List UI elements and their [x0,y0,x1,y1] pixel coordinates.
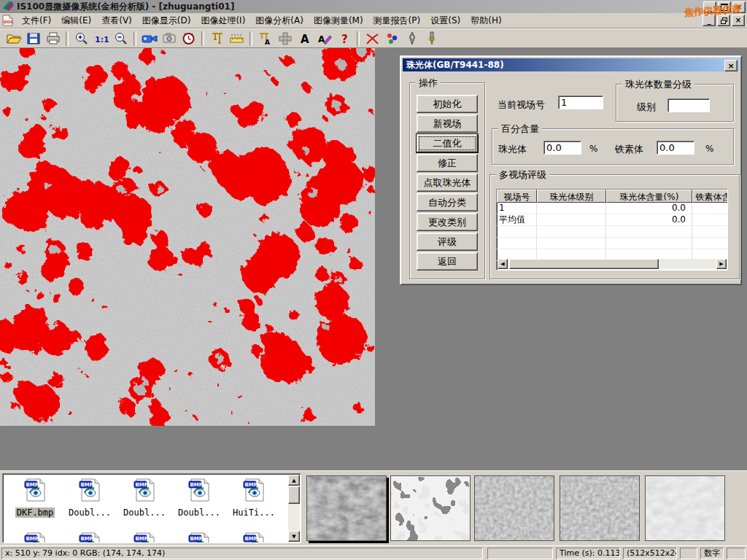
curve-cut-icon[interactable] [363,30,382,47]
thumbnail-4[interactable] [560,475,640,541]
op-button-3[interactable]: 修正 [417,154,478,172]
pen-icon[interactable] [402,30,422,47]
svg-text:DOC: DOC [4,20,13,24]
scroll-left-icon[interactable]: ◀ [498,259,508,269]
multi-field-group: 多视场评级 视场号珠光体级别珠光体含量(%)铁素体含量(%) 10.0平均值0.… [489,174,740,279]
col-header-0[interactable]: 视场号 [497,190,537,203]
file-item-4[interactable]: BMPHuiTi... [228,478,280,518]
bottom-panel: ▲ ▼ BMPDKF.bmpBMPDoubl...BMPDoubl...BMPD… [0,470,747,545]
percent-group: 百分含量 珠光体 % 铁素体 % [492,128,734,165]
op-button-1[interactable]: 新视场 [417,114,478,133]
file-item-row2-4[interactable]: BMP [228,532,280,543]
mdi-close-icon[interactable]: × [732,15,745,26]
bmp-file-icon: BMP [132,491,157,505]
file-item-0[interactable]: BMPDKF.bmp [9,478,61,518]
particles-icon[interactable] [382,30,402,47]
file-item-2[interactable]: BMPDoubl... [118,478,171,518]
current-field-input[interactable] [558,96,603,109]
zoom-in-icon[interactable] [71,30,91,47]
micrograph-image[interactable] [0,48,375,426]
op-button-2[interactable]: 二值化 [417,134,478,152]
svg-text:BMP: BMP [26,536,39,542]
file-item-row2-2[interactable]: BMP [118,532,171,543]
workspace: 珠光体(GB/T9441-88) × 操作 初始化新视场二值化修正点取珠光体自动… [0,48,747,470]
file-item-1[interactable]: BMPDoubl... [63,478,116,518]
thumbnail-2[interactable] [390,475,471,541]
text-edit-icon[interactable]: A [314,30,334,47]
dialog-titlebar[interactable]: 珠光体(GB/T9441-88) × [403,58,739,71]
menu-item-3[interactable]: 图像显示(D) [137,13,196,28]
ruler-icon[interactable] [227,30,247,47]
save-icon[interactable] [23,30,43,47]
table-cell [497,226,537,238]
col-header-1[interactable]: 珠光体级别 [537,190,606,203]
hscroll-thumb[interactable] [509,259,659,269]
menu-item-7[interactable]: 测量报告(P) [368,13,426,28]
scroll-down-icon[interactable]: ▼ [288,531,300,542]
file-item-row2-0[interactable]: BMP [9,532,61,543]
svg-text:BMP: BMP [190,536,203,542]
menu-item-0[interactable]: 文件(F) [17,13,56,28]
table-header-row: 视场号珠光体级别珠光体含量(%)铁素体含量(%) [497,190,727,203]
file-vscrollbar[interactable]: ▲ ▼ [288,475,300,542]
file-name: Doubl... [177,508,222,518]
file-name: Doubl... [67,508,112,518]
video-camera-icon[interactable] [139,30,159,47]
menu-item-8[interactable]: 设置(S) [425,13,465,28]
op-button-0[interactable]: 初始化 [417,95,478,113]
open-icon[interactable] [4,30,23,47]
file-item-row2-3[interactable]: BMP [173,532,225,543]
table-cell: 0.0 [606,214,692,226]
table-cell [692,238,728,249]
timer-clock-icon[interactable] [179,30,198,47]
pearlite-percent-input[interactable] [543,141,581,155]
op-button-7[interactable]: 评级 [417,233,478,251]
menu-item-4[interactable]: 图像处理(I) [196,13,250,28]
bmp-file-icon: BMP [241,491,266,505]
operation-group-label: 操作 [416,77,441,90]
table-row[interactable] [497,226,727,238]
col-header-2[interactable]: 珠光体含量(%) [606,190,692,203]
document-icon[interactable]: DOC [2,15,14,26]
status-bar: x: 510 y: 79 idx: 0 RGB: (174, 174, 174)… [0,545,747,560]
dialog-close-icon[interactable]: × [724,60,738,71]
text-icon[interactable]: A [295,30,314,47]
file-item-row2-1[interactable]: BMP [63,532,116,543]
table-row[interactable] [497,238,727,249]
table-hscrollbar[interactable]: ◀ ▶ [498,259,727,269]
current-field-label: 当前视场号 [498,98,545,112]
thumbnail-5[interactable] [645,475,725,541]
pearlite-unit: % [589,144,597,154]
col-header-3[interactable]: 铁素体含量(%) [692,190,728,203]
scroll-right-icon[interactable]: ▶ [716,259,727,269]
vscroll-thumb[interactable] [288,486,300,504]
table-row[interactable]: 平均值0.0 [497,214,727,226]
brush-icon[interactable] [422,30,441,47]
op-button-8[interactable]: 返回 [417,252,478,271]
actual-size-icon[interactable]: 1:1 [91,30,111,47]
ferrite-label: 铁素体 [615,143,643,156]
level-input[interactable] [667,98,710,112]
scroll-up-icon[interactable]: ▲ [288,475,300,486]
op-button-4[interactable]: 点取珠光体 [417,174,478,192]
thumbnail-3[interactable] [474,475,554,541]
table-row[interactable]: 10.0 [497,203,727,214]
menu-item-1[interactable]: 编辑(E) [56,13,96,28]
menu-item-5[interactable]: 图像分析(A) [250,13,309,28]
thumbnail-1[interactable] [306,475,387,541]
menu-item-2[interactable]: 查看(V) [96,13,137,28]
print-icon[interactable] [43,30,63,47]
caliper-text-icon[interactable]: A [255,30,275,47]
help-icon[interactable]: ? [334,30,354,47]
op-button-5[interactable]: 自动分类 [417,193,478,211]
svg-text:BMP: BMP [136,482,148,488]
caliper-icon[interactable] [207,30,227,47]
ferrite-percent-input[interactable] [657,141,694,155]
op-button-6[interactable]: 更改类别 [417,213,478,231]
menu-item-9[interactable]: 帮助(H) [465,13,506,28]
file-item-3[interactable]: BMPDoubl... [173,478,225,518]
camera-icon[interactable] [159,30,179,47]
stitch-icon[interactable] [275,30,295,47]
menu-item-6[interactable]: 图像测量(M) [309,13,368,28]
zoom-out-icon[interactable] [111,30,131,47]
